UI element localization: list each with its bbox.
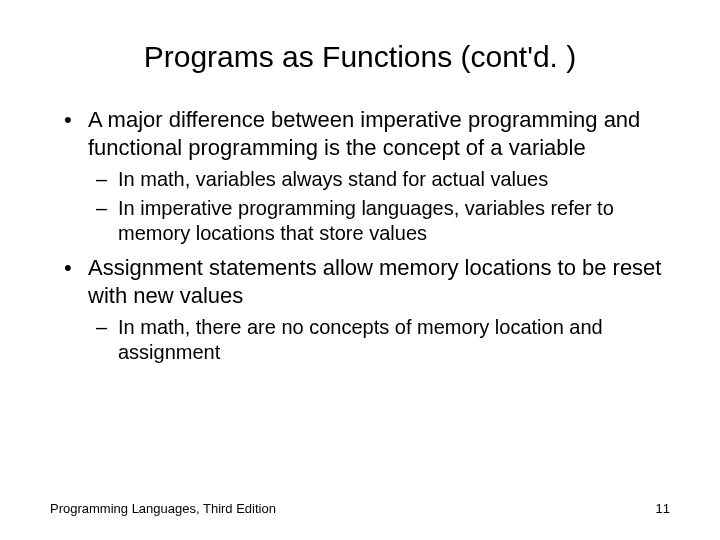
footer-left: Programming Languages, Third Edition [50, 501, 276, 516]
bullet-item: A major difference between imperative pr… [60, 106, 670, 246]
slide-footer: Programming Languages, Third Edition 11 [50, 501, 670, 516]
bullet-list: A major difference between imperative pr… [50, 106, 670, 365]
sub-bullet-list: In math, there are no concepts of memory… [88, 315, 670, 365]
page-number: 11 [656, 501, 670, 516]
sub-bullet-list: In math, variables always stand for actu… [88, 167, 670, 246]
bullet-text: A major difference between imperative pr… [88, 107, 640, 160]
bullet-text: Assignment statements allow memory locat… [88, 255, 661, 308]
sub-bullet-item: In math, variables always stand for actu… [96, 167, 670, 192]
sub-bullet-item: In imperative programming languages, var… [96, 196, 670, 246]
bullet-item: Assignment statements allow memory locat… [60, 254, 670, 365]
sub-bullet-item: In math, there are no concepts of memory… [96, 315, 670, 365]
slide-title: Programs as Functions (cont'd. ) [50, 40, 670, 74]
